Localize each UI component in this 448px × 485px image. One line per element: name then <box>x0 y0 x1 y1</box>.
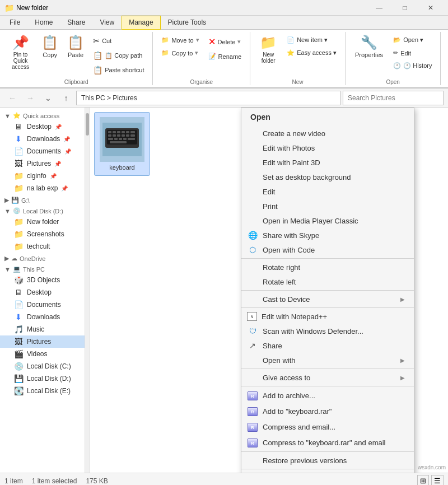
cm-item-rotate-left[interactable]: Rotate left <box>241 274 414 289</box>
history-button[interactable]: 🕐 🕐 History <box>389 60 436 72</box>
cm-item-cast[interactable]: Cast to Device ▶ <box>241 292 414 306</box>
sidebar-section-quick-access[interactable]: ▼ ⭐ Quick access <box>0 110 85 120</box>
delete-button[interactable]: ✕ Delete ▾ <box>204 34 246 49</box>
sidebar-section-onedrive[interactable]: ▶ ☁ OneDrive <box>0 253 85 263</box>
sidebar-item-desktop-qa[interactable]: 🖥 Desktop 📌 <box>0 120 85 133</box>
cm-item-share-skype[interactable]: 🌐 Share with Skype <box>241 228 414 243</box>
cm-item-give-access[interactable]: Give access to ▶ <box>241 370 414 385</box>
cm-item-compress-email[interactable]: R Compress and email... <box>241 419 414 435</box>
invert-selection-button[interactable]: ⇄ Invert selection <box>445 60 448 72</box>
sidebar-item-clginfo[interactable]: 📁 clginfo 📌 <box>0 170 85 182</box>
sidebar-section-locald[interactable]: ▼ 💿 Local Disk (D:) <box>0 205 85 216</box>
sidebar-item-documents-pc[interactable]: 📄 Documents <box>0 299 85 311</box>
cm-item-open-with[interactable]: Open with ▶ <box>241 353 414 367</box>
tab-manage[interactable]: Manage <box>122 16 160 30</box>
view-list-button[interactable]: ☰ <box>431 475 444 485</box>
easy-access-button[interactable]: ⭐ Easy access ▾ <box>283 47 340 59</box>
recent-button[interactable]: ⌄ <box>40 90 56 106</box>
sidebar-scrollbar[interactable] <box>85 108 89 473</box>
sidebar-item-downloads-qa[interactable]: ⬇ Downloads 📌 <box>0 133 85 145</box>
locald-pc-icon: 💾 <box>13 374 24 383</box>
ribbon-group-new: 📁 Newfolder 📄 New item ▾ ⭐ Easy access ▾… <box>250 32 346 85</box>
cm-item-scan-defender[interactable]: 🛡 Scan with Windows Defender... <box>241 324 414 338</box>
sidebar-item-locale[interactable]: 💽 Local Disk (E:) <box>0 385 85 397</box>
tab-share[interactable]: Share <box>60 16 92 29</box>
sidebar-item-pictures-pc[interactable]: 🖼 Pictures <box>0 335 85 348</box>
copy-button[interactable]: 📋 Copy <box>38 32 62 61</box>
sidebar-item-locald-pc[interactable]: 💾 Local Disk (D:) <box>0 372 85 385</box>
pin-to-quick-access-button[interactable]: 📌 Pin to Quickaccess <box>4 32 36 73</box>
properties-button[interactable]: 🔧 Properties <box>350 32 388 61</box>
paste-shortcut-button[interactable]: 📋 Paste shortcut <box>89 63 148 77</box>
cm-item-set-desktop[interactable]: Set as desktop background <box>241 170 414 184</box>
tab-file[interactable]: File <box>2 16 27 29</box>
clipboard-label: Clipboard <box>4 77 148 85</box>
cm-item-edit-photos[interactable]: Edit with Photos <box>241 141 414 155</box>
edit-ribbon-button[interactable]: ✏ Edit <box>389 47 436 59</box>
sidebar-item-music[interactable]: 🎵 Music <box>0 323 85 335</box>
move-to-button[interactable]: 📁 Move to ▾ <box>157 34 203 46</box>
cm-item-compress-rar-email[interactable]: R Compress to "keyboard.rar" and email <box>241 435 414 450</box>
sidebar-item-new-folder[interactable]: 📁 New folder <box>0 216 85 228</box>
g-icon: 💾 <box>11 197 19 204</box>
cm-item-print[interactable]: Print <box>241 199 414 213</box>
maximize-button[interactable]: □ <box>392 0 418 16</box>
sidebar-item-screenshots[interactable]: 📁 Screenshots <box>0 228 85 240</box>
3d-label: 3D Objects <box>27 276 60 284</box>
cut-button[interactable]: ✂ Cut <box>89 34 148 48</box>
sidebar-section-g[interactable]: ▶ 💾 G:\ <box>0 194 85 205</box>
rename-ribbon-button[interactable]: 📝 Rename <box>204 50 246 62</box>
open-label: Open <box>350 77 436 85</box>
tab-picture-tools[interactable]: Picture Tools <box>161 16 213 29</box>
search-input[interactable] <box>343 91 444 105</box>
tab-home[interactable]: Home <box>27 16 60 29</box>
sidebar-item-videos[interactable]: 🎬 Videos <box>0 348 85 360</box>
close-button[interactable]: ✕ <box>418 0 444 16</box>
new-folder-button[interactable]: 📁 Newfolder <box>255 32 282 67</box>
tab-view[interactable]: View <box>92 16 122 29</box>
sidebar-item-desktop-pc[interactable]: 🖥 Desktop <box>0 286 85 299</box>
select-all-button[interactable]: ☑ Select all <box>445 34 448 46</box>
new-folder-label: Newfolder <box>262 52 276 64</box>
cm-item-add-rar[interactable]: R Add to "keyboard.rar" <box>241 403 414 419</box>
svg-rect-16 <box>114 138 118 140</box>
cm-item-share[interactable]: ↗ Share <box>241 338 414 353</box>
pin-star-desktop: 📌 <box>55 124 62 130</box>
cm-item-add-archive[interactable]: R Add to archive... <box>241 388 414 403</box>
copy-path-button[interactable]: 📋 📋 Copy path <box>89 49 148 62</box>
sidebar-item-techcult[interactable]: 📁 techcult <box>0 240 85 253</box>
sidebar-item-localc[interactable]: 💿 Local Disk (C:) <box>0 360 85 372</box>
cm-item-restore-versions[interactable]: Restore previous versions <box>241 453 414 468</box>
cm-item-open-vscode[interactable]: ⬡ Open with Code <box>241 243 414 257</box>
content-area[interactable]: keyboard Open Create a new video Edit wi… <box>90 108 448 473</box>
cm-item-rotate-right[interactable]: Rotate right <box>241 260 414 274</box>
cm-item-edit-notepad[interactable]: N Edit with Notepad++ <box>241 309 414 324</box>
copy-to-button[interactable]: 📁 Copy to ▾ <box>157 47 203 59</box>
file-item-keyboard[interactable]: keyboard <box>94 112 150 176</box>
sidebar-item-na-lab[interactable]: 📁 na lab exp 📌 <box>0 182 85 194</box>
up-button[interactable]: ↑ <box>58 90 74 106</box>
sidebar-item-documents-qa[interactable]: 📄 Documents 📌 <box>0 145 85 157</box>
sidebar-item-pictures-qa[interactable]: 🖼 Pictures 📌 <box>0 157 85 170</box>
sidebar-section-thispc[interactable]: ▼ 💻 This PC <box>0 263 85 274</box>
minimize-button[interactable]: — <box>366 0 392 16</box>
address-bar[interactable]: This PC > Pictures <box>76 91 340 105</box>
new-item-label: New item ▾ <box>297 36 328 44</box>
pin-star-pics: 📌 <box>54 161 61 167</box>
open-ribbon-button[interactable]: 📂 Open ▾ <box>389 34 436 46</box>
cm-item-open-media[interactable]: Open in Media Player Classic <box>241 213 414 228</box>
sidebar-item-downloads-pc[interactable]: ⬇ Downloads <box>0 311 85 323</box>
cm-item-create-video[interactable]: Create a new video <box>241 126 414 141</box>
select-none-button[interactable]: ☐ Select none <box>445 47 448 59</box>
paste-button[interactable]: 📋 Paste <box>63 32 88 61</box>
cm-item-edit[interactable]: Edit <box>241 184 414 199</box>
cm-header-open[interactable]: Open <box>241 108 414 126</box>
cm-item-send-to[interactable]: Send to ▶ <box>241 470 414 473</box>
sidebar-item-3dobjects[interactable]: 🎲 3D Objects <box>0 274 85 286</box>
view-large-icons-button[interactable]: ⊞ <box>417 475 429 485</box>
cm-item-edit-paint3d[interactable]: Edit with Paint 3D <box>241 155 414 170</box>
back-button[interactable]: ← <box>4 90 20 106</box>
forward-button[interactable]: → <box>22 90 38 106</box>
new-item-button[interactable]: 📄 New item ▾ <box>283 34 340 46</box>
sidebar-scrollbar-thumb[interactable] <box>86 113 89 136</box>
